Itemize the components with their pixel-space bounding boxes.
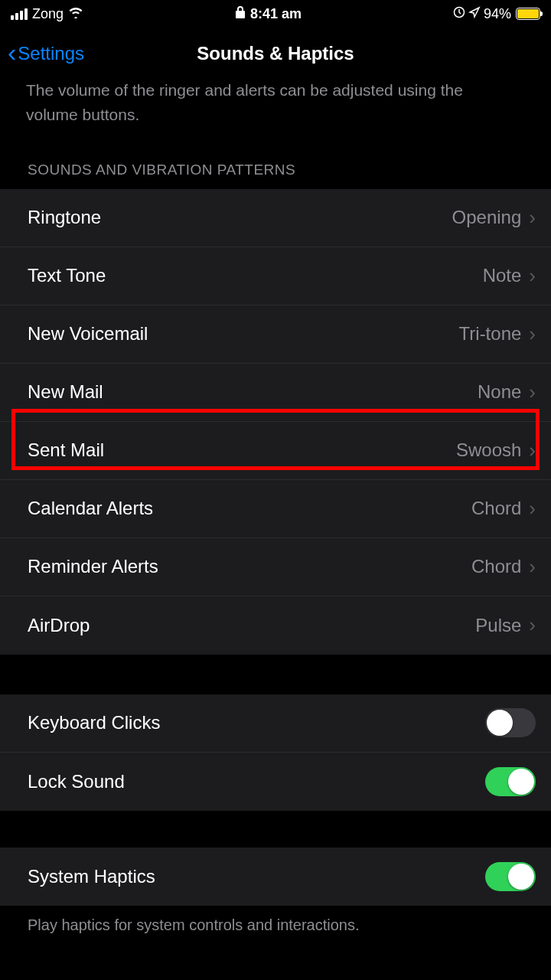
lock-icon	[235, 5, 246, 23]
toggle-lock-sound[interactable]	[485, 767, 536, 796]
chevron-right-icon: ›	[529, 439, 536, 462]
row-label: New Voicemail	[28, 323, 148, 345]
row-value: Swoosh	[456, 439, 521, 461]
row-label: Keyboard Clicks	[28, 712, 160, 733]
wifi-icon	[68, 6, 83, 22]
battery-pct-label: 94%	[484, 6, 511, 22]
time-label: 8:41 am	[250, 6, 302, 22]
toggle-system-haptics[interactable]	[485, 862, 536, 891]
chevron-right-icon: ›	[529, 322, 536, 346]
sounds-list: Ringtone Opening › Text Tone Note › New …	[0, 189, 551, 655]
nav-header: ‹ Settings Sounds & Haptics	[0, 28, 551, 80]
row-keyboard-clicks: Keyboard Clicks	[0, 694, 551, 753]
page-title: Sounds & Haptics	[197, 43, 354, 64]
row-system-haptics: System Haptics	[0, 848, 551, 906]
row-label: Sent Mail	[28, 439, 104, 461]
row-label: Reminder Alerts	[28, 556, 158, 577]
carrier-label: Zong	[32, 6, 64, 22]
chevron-right-icon: ›	[529, 613, 536, 637]
row-label: System Haptics	[28, 866, 155, 887]
row-value: Tri-tone	[459, 323, 522, 345]
toggle-keyboard-clicks[interactable]	[485, 708, 536, 737]
row-sent-mail[interactable]: Sent Mail Swoosh ›	[0, 422, 551, 480]
row-value: Opening	[452, 207, 522, 228]
back-button[interactable]: ‹ Settings	[8, 42, 84, 65]
section-gap	[0, 811, 551, 848]
chevron-right-icon: ›	[529, 206, 536, 230]
row-new-voicemail[interactable]: New Voicemail Tri-tone ›	[0, 305, 551, 364]
row-value: Chord	[471, 556, 521, 577]
chevron-left-icon: ‹	[8, 39, 16, 65]
footer-description: Play haptics for system controls and int…	[0, 906, 551, 945]
chevron-right-icon: ›	[529, 264, 536, 288]
row-label: AirDrop	[28, 615, 90, 636]
location-icon	[468, 6, 481, 22]
chevron-right-icon: ›	[529, 381, 536, 404]
row-value: None	[478, 381, 521, 403]
row-airdrop[interactable]: AirDrop Pulse ›	[0, 596, 551, 655]
toggles-list-2: System Haptics	[0, 848, 551, 906]
description-line1: The volume of the ringer and alerts can …	[0, 80, 551, 104]
description-line2: volume buttons.	[0, 104, 551, 138]
row-label: Ringtone	[28, 207, 101, 228]
back-label: Settings	[18, 43, 84, 64]
row-label: New Mail	[28, 381, 103, 403]
battery-icon	[516, 8, 540, 20]
row-lock-sound: Lock Sound	[0, 753, 551, 811]
row-new-mail[interactable]: New Mail None ›	[0, 364, 551, 422]
row-text-tone[interactable]: Text Tone Note ›	[0, 247, 551, 305]
row-label: Text Tone	[28, 265, 106, 286]
chevron-right-icon: ›	[529, 555, 536, 579]
signal-icon	[11, 8, 28, 20]
toggles-list-1: Keyboard Clicks Lock Sound	[0, 694, 551, 811]
status-bar: Zong 8:41 am 94%	[0, 0, 551, 28]
status-left: Zong	[11, 6, 83, 22]
status-right: 94%	[453, 6, 540, 22]
row-value: Note	[483, 265, 522, 286]
section-header-sounds: SOUNDS AND VIBRATION PATTERNS	[0, 139, 551, 189]
row-label: Lock Sound	[28, 771, 125, 792]
row-value: Pulse	[475, 615, 521, 636]
section-gap	[0, 655, 551, 694]
row-reminder-alerts[interactable]: Reminder Alerts Chord ›	[0, 538, 551, 596]
status-center: 8:41 am	[235, 5, 302, 23]
row-value: Chord	[471, 498, 521, 519]
rotation-lock-icon	[453, 6, 465, 22]
row-label: Calendar Alerts	[28, 498, 153, 519]
chevron-right-icon: ›	[529, 497, 536, 521]
row-calendar-alerts[interactable]: Calendar Alerts Chord ›	[0, 480, 551, 538]
row-ringtone[interactable]: Ringtone Opening ›	[0, 189, 551, 247]
